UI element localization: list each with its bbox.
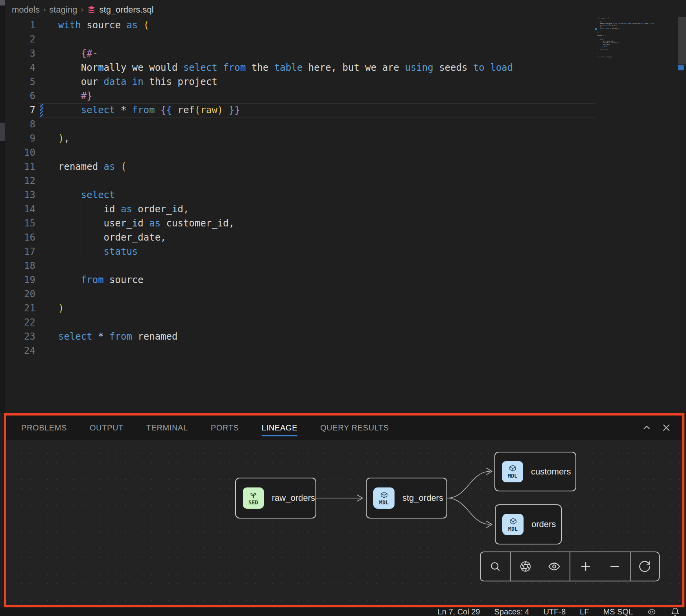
code-line-9[interactable]: 9), xyxy=(5,131,686,145)
edge-arrowhead xyxy=(487,521,492,528)
code-line-3[interactable]: 3 {#- xyxy=(5,46,686,61)
code-line-4[interactable]: 4 Normally we would select from the tabl… xyxy=(5,61,686,75)
code-line-24 xyxy=(597,58,666,60)
line-number: 13 xyxy=(5,188,35,202)
chevron-up-icon[interactable] xyxy=(642,423,651,432)
line-number: 1 xyxy=(5,18,35,32)
indentation-setting[interactable]: Spaces: 4 xyxy=(494,607,529,616)
code-line-2[interactable]: 2 xyxy=(5,32,686,46)
cursor-position[interactable]: Ln 7, Col 29 xyxy=(438,607,480,616)
code-text: from source xyxy=(58,273,144,287)
cube-icon xyxy=(509,464,517,472)
edge-stg-to-orders xyxy=(447,498,490,524)
badge-label: MDL xyxy=(379,499,389,506)
code-line-16[interactable]: 16 order_date, xyxy=(5,230,686,245)
encoding-setting[interactable]: UTF-8 xyxy=(543,607,566,616)
code-line-18[interactable]: 18 xyxy=(5,259,686,273)
seedling-icon xyxy=(249,491,258,499)
language-mode[interactable]: MS SQL xyxy=(603,607,633,616)
lineage-toolbar xyxy=(480,552,660,581)
lineage-canvas[interactable]: SED raw_orders MDL stg_orders xyxy=(6,440,682,605)
line-number: 6 xyxy=(5,89,35,103)
minimap[interactable]: with source as ( {#- Normally we would s… xyxy=(597,17,666,64)
model-badge: MDL xyxy=(502,461,523,482)
tab-terminal[interactable]: TERMINAL xyxy=(146,416,188,440)
code-line-19[interactable]: 19 from source xyxy=(5,273,686,287)
code-text: {#- xyxy=(58,46,98,61)
model-badge: MDL xyxy=(373,487,395,509)
lineage-node-customers[interactable]: MDL customers xyxy=(494,452,576,491)
tab-query-results[interactable]: QUERY RESULTS xyxy=(320,416,389,440)
search-icon[interactable] xyxy=(489,560,502,573)
badge-label: MDL xyxy=(508,526,518,532)
strip-scroll-block[interactable] xyxy=(0,123,5,141)
aperture-icon[interactable] xyxy=(519,560,532,573)
code-line-7[interactable]: 7 select * from {{ ref(raw) }} xyxy=(5,103,686,117)
zoom-out-icon[interactable] xyxy=(608,560,621,573)
tab-output[interactable]: OUTPUT xyxy=(90,416,124,440)
line-number: 2 xyxy=(5,32,35,46)
code-line-15[interactable]: 15 user_id as customer_id, xyxy=(5,216,686,230)
code-line-11[interactable]: 11renamed as ( xyxy=(5,160,686,174)
lineage-node-raw-orders[interactable]: SED raw_orders xyxy=(235,478,316,519)
code-text: select * from {{ ref(raw) }} xyxy=(597,28,620,30)
code-line-12[interactable]: 12 xyxy=(5,174,686,188)
code-text: from source xyxy=(597,49,608,51)
code-line-24[interactable]: 24 xyxy=(5,344,686,358)
line-number: 23 xyxy=(5,329,35,344)
code-text: select * from renamed xyxy=(58,329,177,344)
code-line-21[interactable]: 21) xyxy=(5,301,686,315)
code-line-17[interactable]: 17 status xyxy=(5,245,686,259)
node-label: orders xyxy=(531,519,556,530)
code-line-20[interactable]: 20 xyxy=(5,287,686,301)
lineage-node-stg-orders[interactable]: MDL stg_orders xyxy=(366,478,447,519)
code-line-10[interactable]: 10 xyxy=(5,145,686,160)
line-number: 24 xyxy=(5,344,35,358)
close-panel-icon[interactable] xyxy=(662,423,671,432)
zoom-in-icon[interactable] xyxy=(579,560,592,573)
minimap-modified-marker xyxy=(595,28,597,30)
code-line-14[interactable]: 14 id as order_id, xyxy=(5,202,686,216)
code-text: id as order_id, xyxy=(58,202,189,216)
line-number: 16 xyxy=(5,230,35,245)
minimap-content: with source as ( {#- Normally we would s… xyxy=(597,17,666,60)
breadcrumb-folder-staging[interactable]: staging xyxy=(49,5,77,15)
eye-icon[interactable] xyxy=(548,560,561,573)
node-label: customers xyxy=(531,467,571,477)
code-line-5[interactable]: 5 our data in this project xyxy=(5,75,686,89)
code-text: #} xyxy=(58,89,92,103)
breadcrumb-file-name[interactable]: stg_orders.sql xyxy=(100,5,154,15)
editor-scrollbar-thumb[interactable] xyxy=(678,17,686,64)
bottom-panel-annotated: PROBLEMSOUTPUTTERMINALPORTSLINEAGEQUERY … xyxy=(4,413,684,607)
line-number: 9 xyxy=(5,131,35,145)
code-line-1[interactable]: 1with source as ( xyxy=(5,18,686,32)
line-number: 19 xyxy=(5,273,35,287)
code-line-6[interactable]: 6 #} xyxy=(5,89,686,103)
refresh-icon[interactable] xyxy=(638,560,651,573)
panel-tabs: PROBLEMSOUTPUTTERMINALPORTSLINEAGEQUERY … xyxy=(21,416,412,440)
code-line-13[interactable]: 13 select xyxy=(5,188,686,202)
breadcrumb-folder-models[interactable]: models xyxy=(12,5,40,15)
line-number: 15 xyxy=(5,216,35,230)
seed-badge: SED xyxy=(243,487,264,509)
code-lines[interactable]: 1with source as (23 {#-4 Normally we wou… xyxy=(5,18,686,358)
line-number: 14 xyxy=(5,202,35,216)
code-line-23[interactable]: 23select * from renamed xyxy=(5,329,686,344)
code-editor[interactable]: 1with source as (23 {#-4 Normally we wou… xyxy=(5,17,686,413)
line-number: 21 xyxy=(5,301,35,315)
tab-ports[interactable]: PORTS xyxy=(211,416,239,440)
lineage-node-orders[interactable]: MDL orders xyxy=(495,504,562,544)
line-number: 8 xyxy=(5,117,35,131)
code-text: status xyxy=(597,46,607,48)
tab-lineage[interactable]: LINEAGE xyxy=(262,416,297,440)
eol-setting[interactable]: LF xyxy=(580,607,589,616)
line-number: 17 xyxy=(5,245,35,259)
line-number: 7 xyxy=(5,103,35,117)
bell-icon[interactable] xyxy=(671,607,680,616)
tab-problems[interactable]: PROBLEMS xyxy=(21,416,67,440)
code-line-8[interactable]: 8 xyxy=(5,117,686,131)
code-line-22[interactable]: 22 xyxy=(5,315,686,329)
copilot-icon[interactable] xyxy=(647,607,656,616)
edge-arrowhead xyxy=(487,468,492,474)
code-text: ) xyxy=(597,53,598,55)
